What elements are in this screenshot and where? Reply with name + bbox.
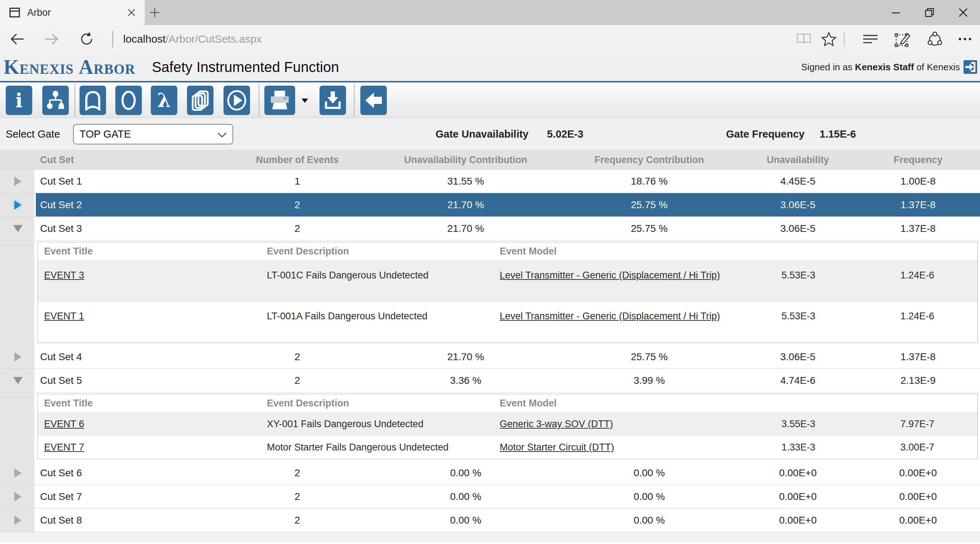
brand-kenexis: Kenexis	[3, 56, 74, 78]
cutset-events: 1	[222, 175, 372, 187]
cutset-frequency: 1.00E-8	[856, 175, 980, 187]
address-bar[interactable]: localhost/Arbor/CutSets.aspx	[123, 25, 262, 53]
row-expander[interactable]	[0, 492, 36, 501]
info-icon: i	[15, 91, 23, 110]
event-description: LT-001A Fails Dangerous Undetected	[267, 302, 500, 343]
expand-expanded-icon[interactable]	[13, 377, 22, 384]
col-frequency[interactable]: Frequency	[856, 155, 980, 166]
row-expander[interactable]	[0, 468, 36, 478]
row-expander[interactable]	[0, 516, 36, 525]
table-row-cutset-4[interactable]: Cut Set 4 2 21.70 % 25.75 % 3.06E-5 1.37…	[0, 345, 980, 369]
web-note-icon[interactable]	[895, 31, 910, 47]
sign-out-icon[interactable]	[964, 60, 977, 74]
event-model-link[interactable]: Motor Starter Circuit (DTT)	[500, 442, 614, 453]
table-row-cutset-7[interactable]: Cut Set 7 2 0.00 % 0.00 % 0.00E+0 0.00E+…	[0, 485, 980, 509]
back-button[interactable]	[360, 86, 387, 115]
table-row-cutset-1[interactable]: Cut Set 1 1 31.55 % 18.76 % 4.45E-5 1.00…	[0, 169, 980, 193]
event-model-link[interactable]: Level Transmitter - Generic (Displacemen…	[500, 311, 720, 321]
col-number-of-events[interactable]: Number of Events	[222, 155, 372, 166]
browser-window: Arbor	[0, 0, 980, 544]
lambda-icon: λ	[157, 91, 171, 110]
table-row-cutset-6[interactable]: Cut Set 6 2 0.00 % 0.00 % 0.00E+0 0.00E+…	[0, 461, 980, 485]
restore-button[interactable]	[913, 0, 946, 25]
event-title-link[interactable]: EVENT 1	[44, 311, 84, 321]
gate-unavailability-value: 5.02E-3	[547, 118, 584, 150]
or-gate-button[interactable]	[115, 86, 142, 115]
event-model-link[interactable]: Level Transmitter - Generic (Displacemen…	[500, 270, 720, 281]
chevron-down-icon	[218, 132, 227, 137]
forward-nav-icon[interactable]	[44, 31, 59, 47]
event-model-link[interactable]: Generic 3-way SOV (DTT)	[500, 419, 613, 429]
tab-close-icon[interactable]	[126, 7, 137, 18]
favorites-star-icon[interactable]	[821, 31, 837, 47]
cutset-events: 2	[222, 351, 372, 363]
lambda-button[interactable]: λ	[151, 86, 177, 115]
download-button[interactable]	[320, 86, 346, 115]
copy-button[interactable]	[187, 86, 213, 115]
back-nav-icon[interactable]	[9, 31, 25, 47]
refresh-icon[interactable]	[79, 31, 95, 47]
or-gate-icon	[119, 90, 138, 111]
event-title: EVENT 6	[38, 419, 267, 430]
row-expander[interactable]	[0, 200, 36, 210]
event-unavailability: 5.53E-3	[740, 302, 857, 343]
expand-collapsed-icon[interactable]	[14, 177, 21, 186]
table-row-cutset-5[interactable]: Cut Set 5 2 3.36 % 3.99 % 4.74E-6 2.13E-…	[0, 369, 980, 392]
col-frequency-contribution[interactable]: Frequency Contribution	[559, 155, 740, 166]
cutset-freq-contrib: 0.00 %	[559, 515, 740, 526]
cutset-name: Cut Set 6	[36, 467, 222, 479]
event-unavailability: 1.33E-3	[740, 442, 857, 453]
expand-collapsed-icon[interactable]	[14, 492, 21, 501]
event-unavailability: 5.53E-3	[740, 261, 857, 302]
close-button[interactable]	[946, 0, 980, 25]
expand-collapsed-icon[interactable]	[14, 352, 21, 362]
col-cut-set[interactable]: Cut Set	[36, 155, 222, 166]
col-unavailability[interactable]: Unavailability	[740, 155, 856, 166]
table-row-cutset-2-selected[interactable]: Cut Set 2 2 21.70 % 25.75 % 3.06E-5 1.37…	[0, 193, 980, 217]
event-description: XY-001 Fails Dangerous Undetected	[267, 419, 500, 430]
event-row: EVENT 7 Motor Starter Fails Dangerous Un…	[38, 436, 977, 459]
fault-tree-button[interactable]	[42, 86, 69, 115]
cutset-unavail-contrib: 21.70 %	[372, 351, 559, 363]
cutset-name: Cut Set 4	[36, 351, 222, 363]
selected-row-arrow-icon[interactable]	[14, 200, 21, 210]
row-expander[interactable]	[0, 225, 36, 232]
minimize-button[interactable]	[879, 0, 913, 25]
share-icon[interactable]	[927, 31, 943, 47]
row-expander[interactable]	[0, 377, 36, 384]
gate-frequency-label: Gate Frequency	[726, 118, 805, 150]
gate-select-dropdown[interactable]: TOP GATE	[73, 124, 233, 144]
event-title-link[interactable]: EVENT 7	[44, 442, 84, 453]
hub-icon[interactable]	[862, 31, 878, 47]
cutset-unavailability: 0.00E+0	[740, 491, 856, 503]
col-unavailability-contribution[interactable]: Unavailability Contribution	[372, 155, 559, 166]
toolbar-separator	[354, 83, 355, 117]
selected-gate-value: TOP GATE	[80, 128, 131, 140]
row-expander[interactable]	[0, 177, 36, 186]
event-row: EVENT 3 LT-001C Fails Dangerous Undetect…	[38, 261, 977, 302]
cutset-freq-contrib: 18.76 %	[559, 175, 740, 187]
event-title-link[interactable]: EVENT 6	[44, 419, 84, 429]
expand-expanded-icon[interactable]	[13, 225, 22, 232]
cutset-table-header: Cut Set Number of Events Unavailability …	[0, 150, 980, 169]
new-tab-button[interactable]	[149, 6, 161, 19]
table-row-cutset-8[interactable]: Cut Set 8 2 0.00 % 0.00 % 0.00E+0 0.00E+…	[0, 509, 980, 532]
brand-arbor: Arbor	[79, 56, 135, 78]
cutset-events: 2	[222, 467, 372, 479]
browser-tab[interactable]: Arbor	[0, 0, 145, 25]
reading-view-icon[interactable]	[796, 31, 811, 47]
and-gate-button[interactable]	[80, 86, 106, 115]
cutset-3-details: Event Title Event Description Event Mode…	[0, 241, 980, 345]
table-row-cutset-3[interactable]: Cut Set 3 2 21.70 % 25.75 % 3.06E-5 1.37…	[0, 217, 980, 241]
info-button[interactable]: i	[6, 86, 32, 115]
row-expander[interactable]	[0, 352, 36, 362]
event-title: EVENT 3	[38, 261, 267, 302]
expand-collapsed-icon[interactable]	[14, 468, 21, 478]
play-button[interactable]	[224, 86, 250, 115]
expand-collapsed-icon[interactable]	[14, 516, 21, 525]
print-button[interactable]	[264, 86, 295, 115]
signed-in-status: Signed in as Kenexis Staff of Kenexis	[801, 53, 960, 81]
print-dropdown-caret[interactable]	[302, 99, 308, 103]
more-options-icon[interactable]	[957, 31, 973, 47]
event-title-link[interactable]: EVENT 3	[44, 270, 84, 281]
